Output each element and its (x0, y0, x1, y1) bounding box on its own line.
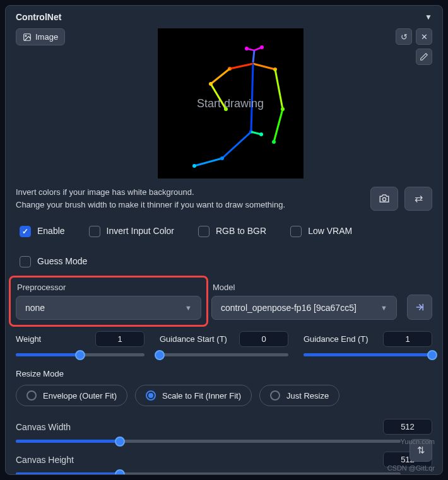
watermark-site: Yuucn.com (401, 438, 435, 445)
chevron-down-icon: ▼ (380, 304, 387, 312)
weight-label: Weight (16, 334, 41, 344)
model-label: Model (211, 283, 397, 292)
svg-point-6 (209, 82, 213, 86)
swap-vertical-icon: ⇅ (417, 445, 425, 456)
preprocessor-field-highlighted: Preprocessor none ▼ (9, 276, 208, 327)
checkbox-icon (290, 226, 302, 237)
image-tab-button[interactable]: Image (16, 28, 65, 45)
checkbox-icon (89, 226, 100, 237)
svg-point-12 (192, 164, 196, 168)
preprocessor-label: Preprocessor (16, 283, 201, 292)
panel-title: ControlNet (16, 12, 61, 22)
undo-icon: ↺ (401, 32, 408, 42)
invert-checkbox[interactable]: Invert Input Color (89, 226, 174, 237)
canvas-placeholder-text: Start drawing (197, 97, 264, 110)
radio-icon (270, 390, 280, 401)
canvas-width-slider[interactable] (16, 440, 401, 443)
preprocessor-select[interactable]: none ▼ (16, 296, 201, 320)
svg-point-14 (382, 197, 386, 201)
resize-mode-label: Resize Mode (16, 369, 432, 378)
hint-text: Invert colors if your image has white ba… (16, 186, 364, 211)
camera-button[interactable] (370, 187, 398, 211)
weight-value[interactable]: 1 (95, 331, 144, 347)
drawing-canvas[interactable]: Start drawing (158, 28, 304, 179)
clear-button[interactable]: ✕ (416, 28, 432, 45)
undo-button[interactable]: ↺ (396, 28, 412, 45)
model-field: Model control_openpose-fp16 [9ca67cc5] ▼ (211, 283, 397, 320)
chevron-down-icon: ▼ (185, 304, 192, 312)
canvas-width-label: Canvas Width (16, 422, 71, 432)
lowvram-checkbox[interactable]: Low VRAM (290, 226, 352, 237)
panel-header[interactable]: ControlNet ▼ (6, 6, 442, 28)
gend-value[interactable]: 1 (383, 331, 432, 347)
canvas-height-label: Canvas Height (16, 455, 74, 465)
gstart-label: Guidance Start (T) (160, 334, 227, 344)
gend-label: Guidance End (T) (304, 334, 368, 344)
camera-icon (379, 193, 390, 204)
gend-slider[interactable] (304, 353, 432, 356)
swap-icon: ⇄ (415, 192, 423, 204)
checkbox-icon (198, 226, 209, 237)
image-tab-label: Image (35, 32, 58, 42)
checkbox-checked-icon: ✓ (20, 226, 31, 237)
brush-button[interactable] (416, 49, 432, 65)
gstart-value[interactable]: 0 (239, 331, 288, 347)
canvas-height-slider[interactable] (16, 472, 401, 475)
enable-checkbox[interactable]: ✓Enable (20, 226, 65, 237)
svg-point-9 (272, 140, 276, 144)
model-select[interactable]: control_openpose-fp16 [9ca67cc5] ▼ (211, 296, 397, 320)
run-preprocessor-button[interactable] (407, 295, 432, 320)
radio-selected-icon (146, 390, 156, 401)
radio-icon (27, 390, 37, 401)
rgb-bgr-checkbox[interactable]: RGB to BGR (198, 226, 266, 237)
svg-point-8 (281, 107, 285, 111)
resize-just-radio[interactable]: Just Resize (259, 385, 339, 406)
swap-horizontal-button[interactable]: ⇄ (404, 187, 432, 211)
svg-point-1 (25, 35, 27, 37)
collapse-caret-icon[interactable]: ▼ (425, 13, 432, 21)
image-icon (23, 33, 32, 42)
resize-scale-radio[interactable]: Scale to Fit (Inner Fit) (135, 385, 252, 406)
guess-checkbox[interactable]: Guess Mode (20, 256, 87, 267)
watermark-credit: CSDN @GitLqr (387, 464, 435, 472)
pen-icon (420, 52, 428, 61)
canvas-width-value[interactable]: 512 (383, 419, 432, 435)
checkbox-icon (20, 256, 31, 267)
options-checkboxes: ✓Enable Invert Input Color RGB to BGR Lo… (16, 226, 432, 267)
run-icon (414, 301, 425, 313)
svg-point-13 (259, 132, 263, 136)
svg-point-11 (220, 156, 224, 160)
gstart-slider[interactable] (160, 353, 288, 356)
resize-envelope-radio[interactable]: Envelope (Outer Fit) (16, 385, 127, 406)
weight-slider[interactable] (16, 353, 144, 356)
close-icon: ✕ (421, 32, 428, 42)
controlnet-panel: ControlNet ▼ Image (5, 5, 443, 475)
